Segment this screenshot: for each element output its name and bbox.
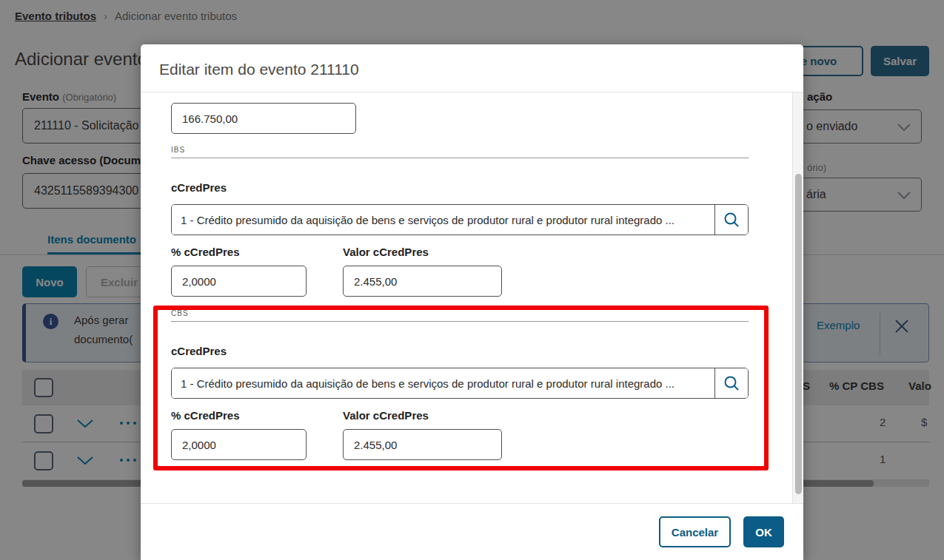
cancel-button[interactable]: Cancelar: [659, 516, 731, 547]
screen: Evento tributos › Adicionar evento tribu…: [0, 0, 944, 560]
cbs-group-rule: [171, 321, 749, 322]
cbs-ccredpres-lookup: [171, 368, 749, 399]
modal-scrollbar-thumb[interactable]: [795, 174, 802, 494]
ok-button[interactable]: OK: [743, 516, 784, 547]
cancel-label: Cancelar: [672, 526, 718, 539]
top-value-input[interactable]: [171, 103, 356, 134]
ibs-percent-label: % cCredPres: [171, 246, 240, 258]
ok-label: OK: [755, 526, 772, 539]
modal-title: Editar item do evento 211110: [159, 61, 359, 78]
modal-footer-divider: [141, 503, 803, 504]
search-icon: [723, 212, 740, 228]
ibs-group-rule: [171, 158, 749, 158]
ibs-valor-input[interactable]: [343, 266, 502, 297]
cbs-valor-input[interactable]: [343, 429, 502, 460]
search-icon: [723, 375, 740, 391]
ibs-search-button[interactable]: [714, 205, 748, 235]
cbs-ccredpres-input[interactable]: [172, 368, 714, 398]
modal-header-divider: [141, 92, 803, 92]
ibs-group-label: IBS: [171, 146, 185, 154]
cbs-group-label: CBS: [171, 309, 189, 317]
cbs-valor-label: Valor cCredPres: [343, 409, 429, 422]
ibs-percent-input[interactable]: [171, 266, 307, 297]
cbs-search-button[interactable]: [714, 368, 748, 398]
ibs-ccredpres-input[interactable]: [172, 205, 714, 235]
ibs-ccredpres-lookup: [171, 204, 749, 235]
cbs-percent-input[interactable]: [171, 429, 307, 460]
cbs-percent-label: % cCredPres: [171, 409, 240, 422]
cbs-ccredpres-label: cCredPres: [171, 345, 227, 357]
modal-scrollbar-track[interactable]: [792, 92, 803, 503]
edit-item-modal: Editar item do evento 211110 IBS cCredPr…: [141, 44, 803, 560]
ibs-valor-label: Valor cCredPres: [343, 246, 429, 258]
ibs-ccredpres-label: cCredPres: [171, 181, 227, 194]
